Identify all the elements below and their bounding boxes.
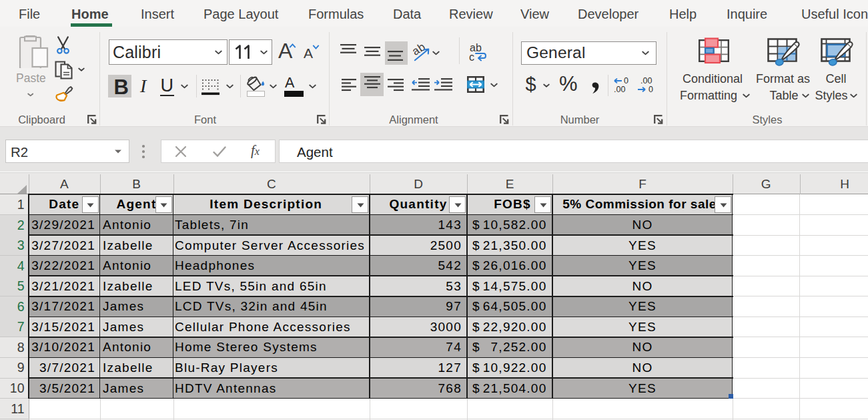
svg-text:0: 0 bbox=[648, 85, 653, 93]
svg-text:.00: .00 bbox=[614, 85, 625, 93]
